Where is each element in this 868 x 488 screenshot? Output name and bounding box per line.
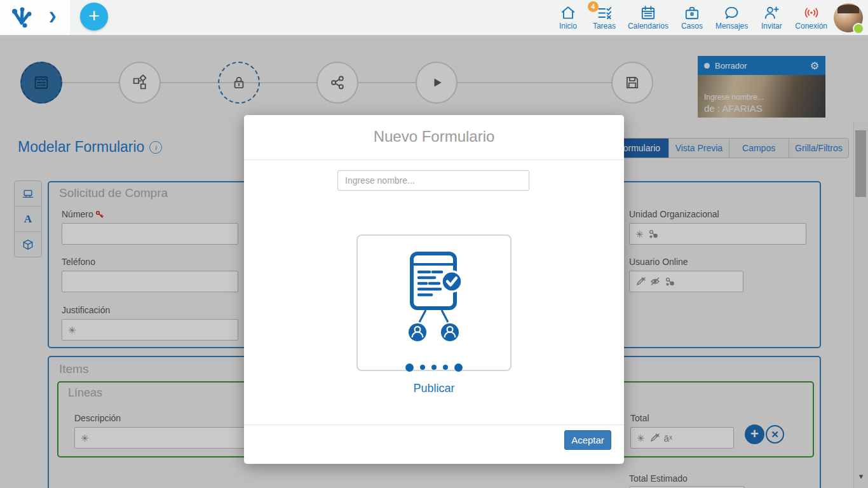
modal-footer-divider <box>244 424 624 425</box>
connection-icon <box>803 4 820 21</box>
nav-casos-label: Casos <box>681 22 703 30</box>
form-name-input[interactable] <box>337 170 529 191</box>
carousel-dots <box>244 363 624 372</box>
carousel-dot[interactable] <box>443 365 448 370</box>
add-new-button[interactable]: + <box>80 3 108 30</box>
carousel-dot[interactable] <box>405 363 414 372</box>
nav-inicio-label: Inicio <box>559 22 577 30</box>
nav-calendarios-label: Calendarios <box>628 22 668 30</box>
nav-conexion-label: Conexión <box>795 22 827 30</box>
briefcase-icon <box>684 4 700 21</box>
nav-calendarios[interactable]: Calendarios <box>628 2 668 30</box>
modal-header-divider <box>244 159 624 160</box>
calendar-icon <box>640 4 656 21</box>
top-navbar: ❯ + Inicio 4 Tareas Calendarios <box>0 0 868 36</box>
app-logo-icon[interactable] <box>9 6 33 30</box>
publish-option-card[interactable] <box>356 234 512 371</box>
navbar-menu: Inicio 4 Tareas Calendarios Casos <box>555 2 827 34</box>
nav-inicio[interactable]: Inicio <box>555 2 581 30</box>
nav-invitar[interactable]: Invitar <box>759 2 784 30</box>
carousel-dot[interactable] <box>420 365 425 370</box>
message-icon <box>724 4 740 21</box>
invite-user-icon <box>763 4 780 21</box>
online-status-dot <box>853 23 864 34</box>
carousel-dot[interactable] <box>454 363 463 372</box>
nav-mensajes-label: Mensajes <box>715 22 748 30</box>
nav-tareas-label: Tareas <box>593 22 616 30</box>
modal-title: Nuevo Formulario <box>244 128 624 146</box>
nav-invitar-label: Invitar <box>761 22 782 30</box>
collapse-chevron-icon[interactable]: ❯ <box>48 10 57 22</box>
new-form-modal: Nuevo Formulario <box>244 115 624 464</box>
nav-mensajes[interactable]: Mensajes <box>715 2 748 30</box>
carousel-caption: Publicar <box>244 382 624 395</box>
carousel-dot[interactable] <box>431 365 437 370</box>
accept-button[interactable]: Aceptar <box>564 430 611 450</box>
nav-casos[interactable]: Casos <box>679 2 705 30</box>
publish-illustration-icon <box>395 251 473 346</box>
avatar-image <box>837 4 859 13</box>
nav-tareas[interactable]: 4 Tareas <box>592 2 617 30</box>
logo-area <box>0 0 70 35</box>
tareas-count-badge: 4 <box>588 1 599 12</box>
nav-conexion[interactable]: Conexión <box>795 2 827 30</box>
home-icon <box>560 4 576 21</box>
